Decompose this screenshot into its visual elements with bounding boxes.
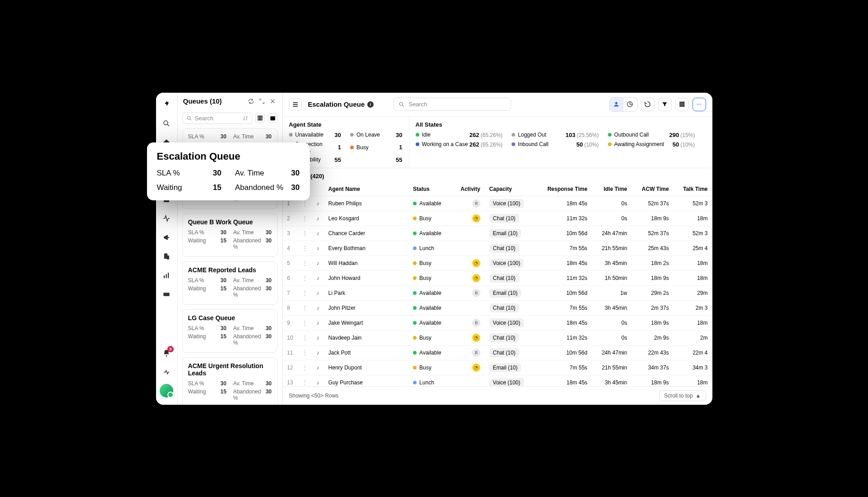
- stat-item: Inbound Call50(10%): [512, 141, 599, 148]
- svg-rect-10: [163, 293, 170, 296]
- svg-rect-21: [680, 102, 681, 107]
- table-row[interactable]: 10⋮♪Navdeep JainBusy◔Chat (10)11m 32s0s2…: [283, 330, 712, 345]
- info-icon[interactable]: i: [367, 101, 374, 108]
- agents-count: Agents (420): [283, 168, 712, 182]
- app-logo: [161, 99, 171, 109]
- reload-button[interactable]: [641, 98, 655, 111]
- svg-rect-8: [166, 274, 167, 278]
- svg-rect-23: [683, 102, 684, 107]
- agent-state-header: Agent State: [289, 121, 403, 128]
- svg-rect-7: [164, 275, 165, 278]
- svg-rect-9: [168, 273, 169, 278]
- stat-item: Outbound Call290(15%): [608, 132, 695, 138]
- col-name[interactable]: Agent Name: [324, 182, 408, 196]
- page-title: Escalation Queue: [308, 100, 365, 108]
- rail-health[interactable]: [158, 364, 175, 380]
- col-acw[interactable]: ACW Time: [631, 182, 673, 196]
- stat-item: Logged Out103(25.56%): [512, 132, 599, 138]
- sidebar-title: Queues (10): [183, 97, 222, 105]
- svg-point-19: [615, 102, 617, 104]
- row-count: Showing <50> Rows: [289, 393, 339, 399]
- columns-icon[interactable]: [255, 113, 265, 123]
- svg-rect-6: [167, 255, 169, 259]
- rail-broadcast[interactable]: [158, 229, 175, 246]
- svg-point-25: [699, 104, 700, 105]
- svg-point-26: [700, 104, 701, 105]
- user-avatar[interactable]: [159, 383, 174, 398]
- col-talk[interactable]: Talk Time: [674, 182, 712, 196]
- search-icon: [398, 101, 405, 108]
- filter-button[interactable]: [658, 98, 672, 111]
- left-icon-rail: 8: [156, 93, 178, 405]
- calendar-icon[interactable]: [268, 113, 278, 123]
- refresh-icon[interactable]: [247, 97, 255, 105]
- col-idle[interactable]: Idle Time: [592, 182, 632, 196]
- queues-sidebar: Queues (10) Search SLA %30Av. Time30Wait…: [178, 93, 283, 405]
- table-row[interactable]: 2⋮♪Leo KosgardBusy◔Chat (10)11m 32s0s18m…: [283, 211, 712, 226]
- stat-item: Unavailable30: [289, 132, 341, 138]
- table-row[interactable]: 9⋮♪Jake WeingartAvailable⏸Voice (100)18m…: [283, 315, 712, 330]
- queue-popover: Escalation Queue SLA %30 Av. Time30 Wait…: [147, 142, 310, 200]
- notification-badge: 8: [167, 346, 174, 352]
- svg-point-0: [164, 121, 168, 125]
- main-panel: Escalation Queuei Search Agent State Una…: [283, 93, 712, 405]
- table-row[interactable]: 1⋮♪Ruben PhilipsAvailable⏸Voice (100)18m…: [283, 196, 712, 211]
- scroll-top-button[interactable]: Scroll to top ▲: [659, 390, 706, 401]
- view-chart-button[interactable]: [623, 98, 637, 111]
- col-response[interactable]: Response Time: [535, 182, 592, 196]
- svg-point-12: [187, 116, 190, 119]
- svg-rect-17: [270, 116, 275, 117]
- queue-card[interactable]: ACME Urgent Resolution LeadsSLA %30Av. T…: [182, 357, 278, 405]
- svg-point-11: [166, 355, 167, 356]
- stat-item: Idle262(65.26%): [416, 132, 503, 138]
- popover-title: Escalation Queue: [157, 151, 300, 162]
- table-row[interactable]: 4⋮♪Every BothmanLunchChat (10)7m 55s21h …: [283, 241, 712, 256]
- table-row[interactable]: 6⋮♪John HowardBusy◔Chat (10)11m 32s1h 50…: [283, 270, 712, 285]
- svg-rect-14: [259, 116, 260, 120]
- svg-point-18: [400, 102, 403, 105]
- table-row[interactable]: 3⋮♪Chance CarderAvailableEmail (10)10m 5…: [283, 226, 712, 241]
- svg-rect-13: [258, 116, 259, 120]
- svg-rect-22: [682, 102, 683, 107]
- svg-rect-15: [261, 116, 262, 120]
- svg-point-24: [697, 104, 698, 105]
- table-row[interactable]: 11⋮♪Jack PottAvailable⏸Chat (10)10m 56d2…: [283, 345, 712, 360]
- stat-item: On Leave30: [350, 132, 402, 138]
- table-row[interactable]: 8⋮♪John PitzerAvailableChat (10)7m 55s3h…: [283, 300, 712, 315]
- rail-search[interactable]: [158, 115, 175, 132]
- rail-activity[interactable]: [158, 210, 175, 227]
- table-row[interactable]: 13⋮♪Guy PurchaseLunchVoice (100)18m 45s3…: [283, 375, 712, 386]
- stat-item: Busy1: [350, 141, 402, 154]
- queue-card[interactable]: Queue B Work QueueSLA %30Av. Time30Waiti…: [182, 213, 278, 257]
- settings-button[interactable]: [675, 98, 689, 111]
- col-capacity[interactable]: Capacity: [485, 182, 536, 196]
- stat-item: Awaiting Assignment50(10%): [608, 141, 695, 148]
- expand-icon[interactable]: [258, 97, 266, 105]
- rail-tickets[interactable]: [158, 286, 175, 303]
- close-icon[interactable]: [269, 97, 277, 105]
- agents-table: Agent Name Status Activity Capacity Resp…: [283, 182, 712, 386]
- table-row[interactable]: 12⋮♪Henry DupontBusy◔Email (10)7m 55s21h…: [283, 360, 712, 375]
- sort-icon[interactable]: [242, 115, 248, 121]
- search-icon: [186, 115, 192, 121]
- stat-item: 55: [350, 156, 402, 163]
- col-status[interactable]: Status: [408, 182, 451, 196]
- view-agents-button[interactable]: [610, 98, 623, 111]
- rail-analytics[interactable]: [158, 267, 175, 284]
- menu-toggle[interactable]: [289, 98, 302, 111]
- table-row[interactable]: 5⋮♪Will HaddanBusy◔Voice (100)18m 45s3h …: [283, 256, 712, 270]
- more-button[interactable]: [693, 98, 706, 111]
- all-states-header: All States: [416, 121, 706, 128]
- main-search[interactable]: Search: [394, 98, 511, 111]
- queue-card[interactable]: LG Case QueueSLA %30Av. Time30Waiting15A…: [182, 309, 278, 353]
- queue-card[interactable]: ACME Reported LeadsSLA %30Av. Time30Wait…: [182, 261, 278, 305]
- rail-notifications[interactable]: 8: [158, 345, 175, 361]
- svg-point-4: [168, 237, 169, 238]
- table-row[interactable]: 7⋮♪Li ParkAvailable⏸Email (10)10m 56d1w2…: [283, 285, 712, 300]
- rail-devices[interactable]: [158, 248, 175, 265]
- col-activity[interactable]: Activity: [451, 182, 484, 196]
- sidebar-search[interactable]: Search: [182, 113, 252, 124]
- stat-item: Working on a Case262(65.26%): [416, 141, 503, 148]
